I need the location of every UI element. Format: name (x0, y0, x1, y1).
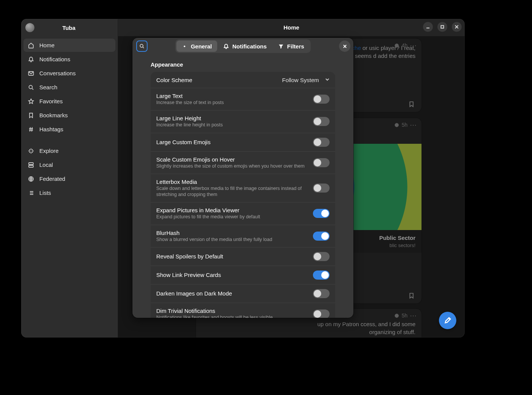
window-controls (423, 22, 462, 32)
row-title: Color Scheme (156, 77, 277, 83)
row-title: Dim Trivial Notifications (156, 308, 308, 314)
primary-nav: Home Notifications Conversations Search … (21, 36, 118, 202)
search-icon (28, 84, 34, 90)
row-link-cards: Show Link Preview Cards (151, 266, 335, 285)
sidebar-item-label: Search (39, 84, 58, 90)
row-title: Large Custom Emojis (156, 139, 308, 145)
chevron-down-icon (325, 76, 330, 83)
dialog-close-button[interactable] (339, 40, 350, 52)
svg-point-10 (184, 45, 185, 47)
sidebar-item-label: Lists (39, 190, 51, 196)
row-large-emojis: Large Custom Emojis (151, 133, 335, 152)
sidebar-item-conversations[interactable]: Conversations (23, 67, 115, 80)
sidebar-item-label: Federated (39, 176, 65, 182)
row-subtitle: Expand pictures to fill the media viewer… (156, 214, 308, 220)
dialog-header: General Notifications Filters (132, 38, 353, 54)
row-title: Scale Custom Emojis on Hover (156, 156, 308, 163)
row-dim-trivial: Dim Trivial NotificationsNotifications l… (151, 303, 335, 318)
switch-scale-emojis[interactable] (313, 158, 330, 167)
sidebar-item-label: Conversations (39, 70, 76, 76)
switch-large-emojis[interactable] (313, 138, 330, 147)
svg-rect-2 (29, 163, 33, 165)
row-subtitle: Slightly increases the size of custom em… (156, 163, 308, 169)
tab-general[interactable]: General (176, 40, 217, 52)
svg-rect-5 (441, 26, 444, 28)
sidebar-item-local[interactable]: Local (23, 158, 115, 171)
sidebar-item-bookmarks[interactable]: Bookmarks (23, 109, 115, 122)
switch-reveal-spoilers[interactable] (313, 252, 330, 261)
main-header: Home (118, 19, 465, 36)
row-letterbox: Letterbox MediaScale down and letterbox … (151, 174, 335, 203)
svg-rect-3 (29, 165, 33, 167)
sidebar-item-notifications[interactable]: Notifications (23, 53, 115, 66)
compose-icon (444, 317, 451, 324)
preferences-dialog: General Notifications Filters Appearance… (132, 38, 353, 318)
tab-label: Notifications (232, 43, 267, 50)
sidebar-item-lists[interactable]: Lists (23, 186, 115, 199)
sidebar-item-label: Local (39, 162, 53, 168)
row-title: Letterbox Media (156, 179, 308, 185)
compose-button[interactable] (439, 312, 456, 329)
sidebar-item-label: Favorites (39, 98, 63, 104)
row-subtitle: Show a blurred version of the media unti… (156, 236, 308, 243)
avatar[interactable] (25, 23, 34, 32)
minimize-button[interactable] (423, 22, 433, 32)
sidebar-item-search[interactable]: Search (23, 81, 115, 94)
sidebar-item-label: Bookmarks (39, 112, 68, 118)
gear-icon (182, 44, 187, 49)
appearance-group: Color Scheme Follow System Large TextInc… (151, 72, 335, 318)
switch-large-text[interactable] (313, 95, 330, 104)
sidebar-item-label: Notifications (39, 56, 70, 62)
tab-filters[interactable]: Filters (273, 40, 310, 52)
maximize-button[interactable] (437, 22, 447, 32)
search-icon (139, 44, 145, 49)
filter-icon (278, 44, 284, 49)
list-icon (28, 190, 34, 196)
row-subtitle: Increase the size of text in posts (156, 100, 308, 106)
close-button[interactable] (452, 22, 462, 32)
switch-link-cards[interactable] (313, 271, 330, 280)
sidebar-item-home[interactable]: Home (23, 39, 115, 52)
sidebar-item-federated[interactable]: Federated (23, 172, 115, 185)
star-icon (28, 98, 34, 104)
bell-icon (223, 44, 229, 49)
bell-icon (28, 56, 34, 62)
row-subtitle: Scale down and letterbox media to fill t… (156, 185, 308, 198)
sidebar-item-hashtags[interactable]: Hashtags (23, 123, 115, 136)
sparkle-icon (28, 148, 34, 154)
preferences-search-button[interactable] (136, 40, 148, 52)
home-icon (28, 42, 34, 48)
section-title-appearance: Appearance (151, 61, 335, 68)
row-large-line-height: Large Line HeightIncrease the line heigh… (151, 110, 335, 133)
view-switcher: General Notifications Filters (175, 39, 311, 53)
row-scale-emojis: Scale Custom Emojis on HoverSlightly inc… (151, 152, 335, 174)
row-title: Large Line Height (156, 115, 308, 121)
menu-button[interactable] (103, 22, 115, 33)
row-title: Darken Images on Dark Mode (156, 290, 308, 297)
server-icon (28, 162, 34, 168)
row-subtitle: Increase the line height in posts (156, 122, 308, 128)
hash-icon (28, 126, 34, 132)
close-icon (343, 44, 347, 48)
page-title: Home (283, 24, 299, 31)
sidebar-item-explore[interactable]: Explore (23, 144, 115, 157)
row-color-scheme[interactable]: Color Scheme Follow System (151, 72, 335, 88)
row-darken: Darken Images on Dark Mode (151, 285, 335, 303)
switch-darken[interactable] (313, 289, 330, 298)
row-reveal-spoilers: Reveal Spoilers by Default (151, 247, 335, 266)
switch-large-line-height[interactable] (313, 117, 330, 126)
tab-notifications[interactable]: Notifications (218, 40, 272, 52)
bookmark-icon (28, 112, 34, 118)
svg-point-9 (140, 44, 143, 47)
row-title: Show Link Preview Cards (156, 272, 308, 278)
row-subtitle: Notifications like favorites and boosts … (156, 314, 308, 318)
row-large-text: Large TextIncrease the size of text in p… (151, 88, 335, 110)
switch-letterbox[interactable] (313, 184, 330, 193)
switch-expand-pics[interactable] (313, 209, 330, 218)
sidebar-item-favorites[interactable]: Favorites (23, 95, 115, 108)
switch-blurhash[interactable] (313, 232, 330, 241)
row-title: Large Text (156, 93, 308, 99)
switch-dim-trivial[interactable] (313, 309, 330, 318)
dialog-body: Appearance Color Scheme Follow System La… (132, 54, 353, 318)
row-title: BlurHash (156, 230, 308, 236)
